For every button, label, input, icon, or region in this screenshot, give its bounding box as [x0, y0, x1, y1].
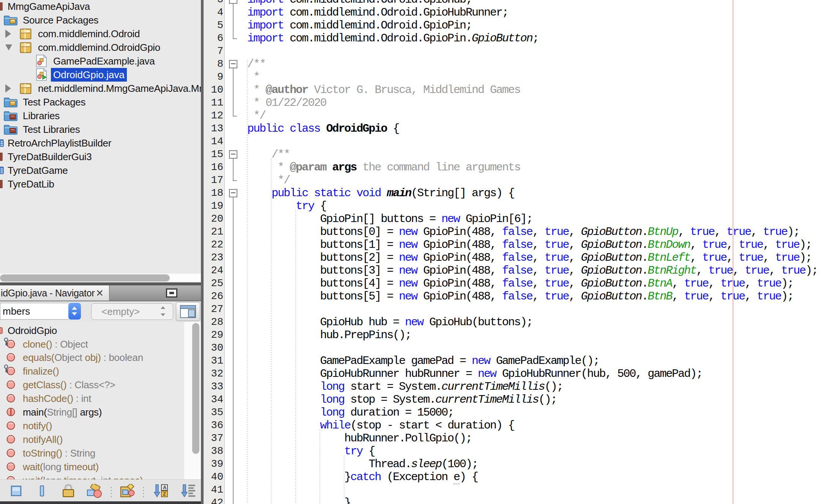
- svg-text:A: A: [163, 485, 167, 490]
- svg-text:Z: Z: [163, 491, 166, 497]
